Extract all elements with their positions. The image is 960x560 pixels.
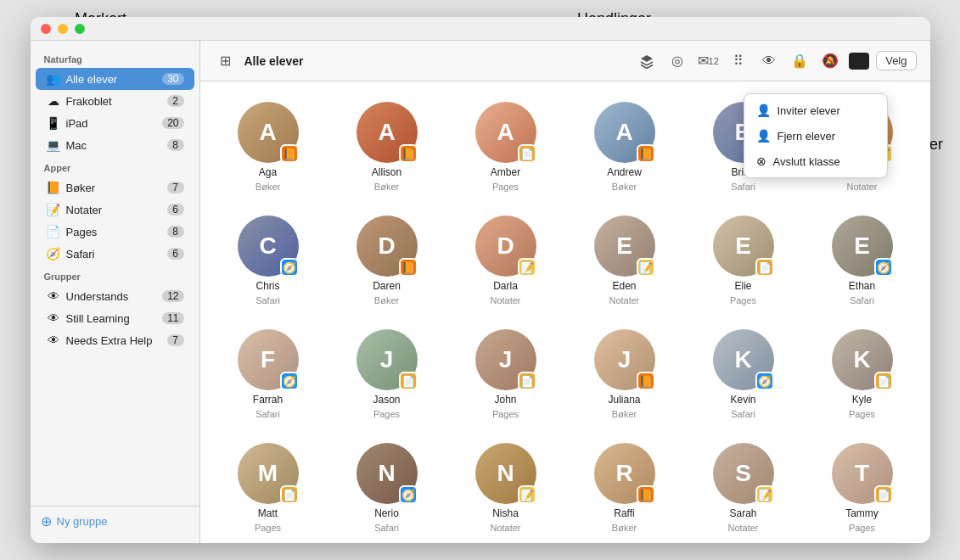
lock-button[interactable]: 🔒 xyxy=(788,49,811,73)
avatar-initial: D xyxy=(497,232,514,260)
sidebar-item-still-learning[interactable]: 👁 Still Learning 11 xyxy=(36,307,194,329)
student-card[interactable]: S 📝 Sarah Notater xyxy=(689,436,798,540)
notes-icon: 📝 xyxy=(46,202,61,217)
minimize-button[interactable] xyxy=(58,24,68,34)
context-menu-item-end-class[interactable]: ⊗ Avslutt klasse xyxy=(744,148,887,174)
student-card[interactable]: E 📝 Eden Notater xyxy=(570,209,679,312)
sidebar-label-understands: Understands xyxy=(66,290,158,303)
student-name: John xyxy=(494,394,516,406)
student-card[interactable]: D 📝 Darla Notater xyxy=(452,209,560,312)
sidebar-item-alle-elever[interactable]: 👥 Alle elever 30 xyxy=(36,68,194,90)
student-card[interactable]: E 🧭 Ethan Safari xyxy=(808,209,917,312)
student-name: Tammy xyxy=(845,507,879,519)
context-menu-item-remove[interactable]: 👤 Fjern elever xyxy=(744,123,887,148)
app-badge: 📙 xyxy=(399,258,418,277)
student-app: Notater xyxy=(490,295,520,305)
velg-button[interactable]: Velg xyxy=(876,51,916,70)
student-app: Pages xyxy=(373,409,400,419)
sidebar-item-pages[interactable]: 📄 Pages 8 xyxy=(36,221,194,243)
avatar-wrap: J 📄 xyxy=(475,329,536,390)
sidebar-item-needs-extra[interactable]: 👁 Needs Extra Help 7 xyxy=(36,329,194,351)
student-card[interactable]: D 📙 Daren Bøker xyxy=(333,209,441,312)
section-label-grupper: Grupper xyxy=(31,265,199,285)
student-card[interactable]: T 📄 Tammy Pages xyxy=(808,436,917,540)
app-badge: 🧭 xyxy=(874,258,893,277)
student-card[interactable]: K 📄 Kyle Pages xyxy=(808,322,917,426)
avatar-wrap: E 📄 xyxy=(713,216,774,277)
student-card[interactable]: N 📝 Nisha Notater xyxy=(452,436,560,540)
eye-button[interactable]: 👁 xyxy=(757,49,781,73)
student-app: Bøker xyxy=(612,523,637,533)
app-badge: 📄 xyxy=(518,144,536,163)
sidebar-item-ipad[interactable]: 📱 iPad 20 xyxy=(36,112,194,134)
student-card[interactable]: C 🧭 Chris Safari xyxy=(214,209,323,312)
sidebar-item-understands[interactable]: 👁 Understands 12 xyxy=(36,285,194,307)
avatar-initial: N xyxy=(378,460,395,487)
student-app: Pages xyxy=(255,523,281,533)
sidebar-item-boker[interactable]: 📙 Bøker 7 xyxy=(36,176,194,199)
view-toggle-button[interactable]: ⊞ xyxy=(214,49,238,73)
student-card[interactable]: J 📄 Jason Pages xyxy=(333,322,441,426)
student-card[interactable]: A 📙 Andrew Bøker xyxy=(570,95,679,199)
maximize-button[interactable] xyxy=(75,24,85,34)
new-group-button[interactable]: ⊕ Ny gruppe xyxy=(41,513,189,529)
student-name: Andrew xyxy=(607,166,642,178)
student-card[interactable]: N 🧭 Nerio Safari xyxy=(333,436,441,540)
student-card[interactable]: J 📙 Juliana Bøker xyxy=(570,322,679,426)
app-badge: 📙 xyxy=(399,144,418,163)
people-icon: 👥 xyxy=(46,71,61,87)
avatar-initial: F xyxy=(261,346,275,373)
mute-button[interactable]: 🔕 xyxy=(818,49,842,73)
sidebar-label-boker: Bøker xyxy=(66,182,162,194)
close-button[interactable] xyxy=(41,24,51,34)
student-card[interactable]: J 📄 John Pages xyxy=(452,322,560,426)
menu-icon-remove: 👤 xyxy=(756,129,771,143)
app-badge: 🧭 xyxy=(399,485,418,504)
title-bar xyxy=(31,17,930,41)
target-button[interactable]: ◎ xyxy=(665,49,689,73)
app-badge: 📙 xyxy=(637,372,655,390)
student-card[interactable]: A 📄 Amber Pages xyxy=(452,95,560,199)
context-menu-item-invite[interactable]: 👤 Inviter elever xyxy=(744,98,887,123)
sidebar-label-safari: Safari xyxy=(66,248,162,260)
student-name: Allison xyxy=(372,166,401,178)
student-name: Chris xyxy=(255,280,279,292)
sidebar-item-notater[interactable]: 📝 Notater 6 xyxy=(36,199,194,221)
app-badge: 📄 xyxy=(399,372,418,390)
app-badge: 🧭 xyxy=(280,372,299,390)
student-card[interactable]: M 📄 Matt Pages xyxy=(214,436,323,540)
section-label-apper: Apper xyxy=(31,156,199,176)
student-app: Bøker xyxy=(255,182,280,192)
student-card[interactable]: F 🧭 Farrah Safari xyxy=(214,322,323,426)
mail-button[interactable]: ✉ 12 xyxy=(696,49,720,73)
books-icon: 📙 xyxy=(46,180,61,195)
student-app: Bøker xyxy=(374,295,399,305)
student-card[interactable]: K 🧭 Kevin Safari xyxy=(689,322,798,426)
sidebar-item-mac[interactable]: 💻 Mac 8 xyxy=(36,134,194,156)
color-swatch[interactable] xyxy=(849,53,869,70)
sidebar-item-safari[interactable]: 🧭 Safari 6 xyxy=(36,243,194,265)
sidebar-label-mac: Mac xyxy=(66,139,162,152)
mac-icon: 💻 xyxy=(46,137,61,153)
student-name: Jason xyxy=(373,394,400,406)
student-card[interactable]: E 📄 Elie Pages xyxy=(689,209,798,312)
avatar-wrap: D 📝 xyxy=(475,216,536,277)
grid-button[interactable]: ⠿ xyxy=(727,49,750,73)
student-card[interactable]: A 📙 Aga Bøker xyxy=(214,95,323,199)
student-card[interactable]: R 📙 Raffi Bøker xyxy=(570,436,679,540)
avatar-initial: K xyxy=(853,346,870,373)
app-badge: 🧭 xyxy=(755,372,774,390)
sidebar-item-frakoblet[interactable]: ☁ Frakoblet 2 xyxy=(36,90,194,112)
student-name: Kevin xyxy=(730,394,755,406)
student-app: Bøker xyxy=(612,182,637,192)
sidebar-count-pages: 8 xyxy=(167,226,184,238)
student-card[interactable]: A 📙 Allison Bøker xyxy=(333,95,441,199)
sidebar-count-mac: 8 xyxy=(167,139,184,151)
new-group-label: Ny gruppe xyxy=(57,515,108,528)
student-app: Notater xyxy=(846,182,877,192)
sidebar-count-frakoblet: 2 xyxy=(167,95,184,107)
sidebar-count-notater: 6 xyxy=(167,204,184,216)
student-name: Darla xyxy=(493,280,518,292)
avatar-initial: M xyxy=(258,460,278,487)
layers-button[interactable] xyxy=(635,49,659,73)
